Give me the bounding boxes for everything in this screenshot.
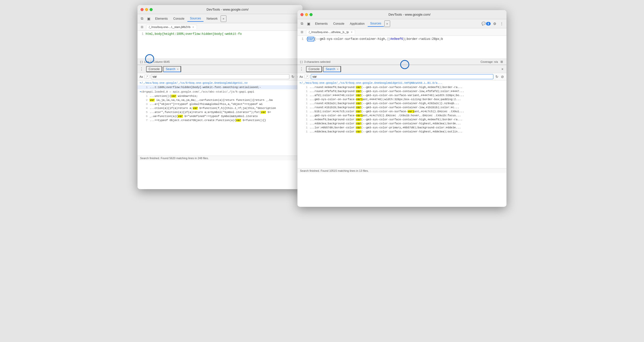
tab-more[interactable]: » [221, 15, 226, 22]
right-sidebar-toggle-icon[interactable]: ⊟ [299, 30, 304, 35]
tab-sources[interactable]: Sources [187, 16, 204, 22]
inspect-icon[interactable]: ⧉ [140, 16, 145, 21]
right-result-row-6[interactable]: 1 ...round:#1b1b1b;background:var(--gm3-… [297, 105, 506, 109]
settings-btn[interactable]: ⚙ [492, 21, 497, 26]
right-tab-sources[interactable]: Sources [368, 21, 384, 27]
device-icon[interactable]: ▣ [146, 16, 151, 21]
refresh-search-btn[interactable]: ↻ [291, 74, 295, 79]
right-panel-tab-console[interactable]: Console [306, 66, 322, 72]
right-tab-more[interactable]: » [384, 20, 390, 27]
right-search-results[interactable]: ▾ /_/mss/boq-one-google/_/ss/k=boq-one-g… [297, 80, 506, 168]
right-device-icon[interactable]: ▣ [306, 21, 311, 26]
right-filetab-label: /_/mss/boq-one-...uthview,_b,_tp [309, 31, 349, 34]
right-filetab[interactable]: /_/mss/boq-one-...uthview,_b,_tp × [306, 30, 355, 34]
coverage-panel-btn[interactable]: ⊞ [499, 60, 504, 64]
right-panel-close-btn[interactable]: × [500, 67, 504, 72]
result-row-5[interactable]: 5 ...ator",function(a){if(a)return a;a=S… [138, 110, 302, 114]
right-search-input[interactable] [311, 74, 493, 79]
right-inspect-icon[interactable]: ⧉ [299, 21, 304, 26]
right-result-row-2[interactable]: 1 ...round:#f8fafd;background:var(--gm3-… [297, 89, 506, 93]
right-devtools-window: DevTools - www.google.com/ ⧉ ▣ Elements … [297, 10, 506, 207]
right-code-text: :var(--gm3-sys-color-surface-container-h… [306, 37, 443, 41]
panel-menu-icon[interactable]: ⋮ [140, 67, 144, 71]
result-row-3[interactable]: 3 ...a=["object"]==typeof globalThis&&gl… [138, 102, 302, 106]
right-result-row-12[interactable]: 1 ...#dde3ea;background-color:var(--gm3-… [297, 130, 506, 134]
panel-tab-close[interactable]: × [177, 68, 178, 71]
right-panel-tabbar: ⋮ Console Search × × [297, 65, 506, 73]
right-code-line-1: 1 :var(--gm3-sys-color-surface-container… [299, 37, 504, 41]
right-result-file-1[interactable]: ▾ /_/mss/boq-one-google/_/ss/k=boq-one-g… [297, 80, 506, 85]
tab-console[interactable]: Console [171, 16, 187, 21]
right-tab-elements[interactable]: Elements [313, 21, 330, 26]
right-result-row-3[interactable]: 1 ...afd);color:#444746;color:var(--gm3-… [297, 93, 506, 97]
right-bottom-panel: ⋮ Console Search × × Aa .* ↻ ⊘ ▾ /_/mss/… [297, 65, 506, 173]
panel-tab-search[interactable]: Search × [163, 66, 181, 72]
right-toolbar-right: 💬 8 ⚙ ⋮ [482, 21, 504, 26]
case-sensitive-label[interactable]: Aa [140, 75, 143, 78]
tab-elements[interactable]: Elements [153, 16, 170, 21]
left-search-bar: Aa .* ↻ ⊘ [138, 73, 302, 80]
code-text: html,body{height:100%;overflow:hidden}bo… [146, 32, 242, 36]
right-result-row-10[interactable]: 1 ...#dde3ea;background-color:var(--gm3-… [297, 122, 506, 126]
file2-arrow: ▾ [140, 90, 141, 93]
result-row-2[interactable]: 2 var ia,ja,la,sa,ta,xa,ya,Ba;_.ca=funct… [138, 98, 302, 102]
left-panel-tabbar: ⋮ Console Search × [138, 65, 302, 73]
right-panel-menu-icon[interactable]: ⋮ [299, 67, 303, 71]
notification-badge: 8 [486, 22, 491, 25]
right-minimize-button[interactable] [305, 13, 308, 16]
right-panel-tab-close[interactable]: × [337, 68, 338, 71]
badge-area: 💬 8 [482, 22, 491, 25]
left-search-results[interactable]: ▾ /_/mss/boq-one-google/_/ss/k=boq-one-g… [138, 80, 302, 156]
right-result-row-9[interactable]: 1 ...#e9eef6;background-color:var(--gm3-… [297, 118, 506, 122]
left-filetab-bar: ⊟ /_/mss/boq-one-...t,_stam,jMb2Vb × [138, 23, 302, 31]
sidebar-toggle-icon[interactable]: ⊟ [140, 24, 145, 30]
tab-network[interactable]: Network [204, 16, 220, 21]
right-tabbar: ⧉ ▣ Elements Console Application Sources… [297, 19, 506, 28]
right-fullscreen-button[interactable] [310, 13, 313, 16]
right-panel-icon: { } [300, 60, 302, 63]
left-bottom-panel: ⋮ Console Search × Aa .* ↻ ⊘ ▾ /_/mss/bo… [138, 65, 302, 160]
right-result-row-5[interactable]: 1 ...round:#282a2c;background:var(--gm3-… [297, 101, 506, 105]
right-refresh-search-btn[interactable]: ↻ [495, 74, 499, 79]
right-window-title: DevTools - www.google.com/ [316, 13, 503, 16]
right-close-button[interactable] [300, 13, 303, 16]
filetab-close[interactable]: × [192, 25, 194, 28]
result-row-6[interactable]: 6 _.ua=function(a){var b="undefined"!=ty… [138, 114, 302, 118]
left-search-status: Search finished. Found 5620 matching lin… [138, 156, 302, 160]
right-tab-console[interactable]: Console [331, 21, 347, 26]
panel-tab-console[interactable]: Console [146, 66, 162, 72]
right-result-row-1[interactable]: 1 ...round:#e9eef6;background:var(--gm3-… [297, 85, 506, 89]
left-tabbar: ⧉ ▣ Elements Console Sources Network » [138, 14, 302, 23]
right-result-row-8[interactable]: 1 ...gm3-sys-color-on-surface-variant,#c… [297, 113, 506, 118]
right-code-area: 1 :var(--gm3-sys-color-surface-container… [297, 36, 506, 59]
right-tab-application[interactable]: Application [347, 21, 367, 26]
regex-btn[interactable]: .* [144, 75, 149, 79]
right-clear-search-btn[interactable]: ⊘ [500, 74, 504, 79]
more-vert-btn[interactable]: ⋮ [499, 21, 504, 26]
left-search-input[interactable] [151, 74, 289, 79]
right-panel-tab-search[interactable]: Search × [323, 66, 341, 72]
right-regex-btn[interactable]: .* [304, 75, 309, 79]
result-row-1[interactable]: 1 ...unction(){var window=this; [138, 94, 302, 98]
result-row-file1-1[interactable]: 1 ...t:100%;overflow:hidden}body{-webkit… [138, 85, 302, 89]
right-filetab-close[interactable]: × [351, 31, 352, 34]
fullscreen-button[interactable] [150, 8, 153, 11]
result-file-1[interactable]: ▾ /_/mss/boq-one-google/_/ss/k=boq-one-g… [138, 80, 302, 85]
var-highlight: var [307, 37, 314, 41]
right-traffic-lights [300, 13, 313, 16]
right-status-text: 3 characters selected [304, 60, 330, 63]
minimize-button[interactable] [145, 8, 148, 11]
right-result-row-7[interactable]: 1 ...b1b);color:#c4c7c5;color:var(--gm3-… [297, 109, 506, 113]
close-button[interactable] [141, 8, 144, 11]
right-case-sensitive-label[interactable]: Aa [299, 75, 303, 78]
right-result-row-4[interactable]: 1 ...gm3-sys-color-on-surface-variant,#4… [297, 97, 506, 101]
left-status-bar: { } Line 1, Column 6645 [138, 59, 302, 65]
result-row-7[interactable]: 7 ...==typeof Object.create?Object.creat… [138, 118, 302, 122]
result-row-4[interactable]: 4 ...ction(a){if(a)return a;var b=functi… [138, 106, 302, 110]
right-code-content: 1 :var(--gm3-sys-color-surface-container… [297, 36, 506, 59]
left-filetab[interactable]: /_/mss/boq-one-...t,_stam,jMb2Vb × [146, 25, 197, 29]
right-result-row-11[interactable]: 1 ...lor:#0b57d0;border-color:var(--gm3-… [297, 126, 506, 130]
result-file-2[interactable]: ▾ cb=gapi.loaded_0 — apis.google.com/_/s… [138, 89, 302, 94]
right-line-number: 1 [299, 37, 303, 41]
right-file1-path: /_/mss/boq-one-google/_/ss/k=boq-one-goo… [301, 81, 443, 84]
